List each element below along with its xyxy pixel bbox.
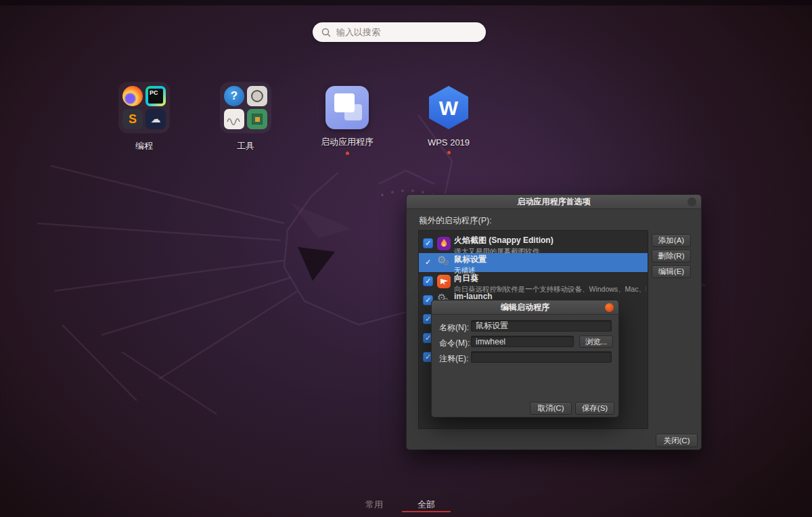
app-label: 编程	[135, 140, 153, 152]
tab-frequent[interactable]: 常用	[365, 499, 383, 511]
edit-button[interactable]: 编辑(E)	[652, 265, 691, 278]
comment-label: 注释(E):	[439, 353, 468, 365]
cancel-button[interactable]: 取消(C)	[530, 402, 572, 415]
gears-icon: ⚙⚙	[437, 256, 451, 269]
folder-programming-icon: PC S ☁	[118, 82, 170, 133]
font-viewer-icon	[224, 109, 244, 129]
active-tab-underline	[402, 511, 451, 512]
svg-text:W: W	[439, 97, 459, 119]
cloud-app-icon: ☁	[145, 109, 166, 129]
search-input[interactable]	[336, 27, 465, 37]
checkbox-checked[interactable]: ✓	[423, 276, 433, 286]
app-folder-programming[interactable]: PC S ☁ 编程	[104, 82, 185, 159]
list-item-flameshot[interactable]: ✓ 火焰截图 (Snappy Edition) 强大又易用的屏幕截图软件	[419, 234, 648, 253]
name-label: 名称(N):	[439, 322, 469, 334]
help-icon: ?	[224, 86, 244, 106]
window-title: 编辑启动程序	[501, 302, 549, 313]
add-button[interactable]: 添加(A)	[652, 234, 691, 247]
additional-programs-label: 额外的启动程序(P):	[419, 215, 492, 227]
window-titlebar[interactable]: 编辑启动程序	[432, 300, 618, 315]
app-grid: PC S ☁ 编程 ? 工具 启动应用程序	[104, 82, 510, 159]
startup-applications-icon	[325, 86, 369, 129]
folder-tools-icon: ?	[220, 82, 271, 133]
checkbox-checked[interactable]: ✓	[423, 257, 433, 267]
sunflower-icon	[437, 275, 451, 288]
close-icon[interactable]	[687, 198, 696, 206]
flameshot-icon	[437, 237, 451, 250]
app-folder-tools[interactable]: ? 工具	[205, 82, 286, 159]
running-dot	[346, 152, 349, 155]
remove-button[interactable]: 删除(R)	[652, 250, 691, 263]
name-field[interactable]	[471, 320, 612, 332]
item-title: 向日葵	[454, 273, 646, 284]
close-icon[interactable]	[605, 303, 614, 312]
firefox-icon	[122, 86, 143, 106]
item-title: 火焰截图 (Snappy Edition)	[454, 235, 646, 246]
app-label: 工具	[237, 140, 254, 152]
overview-page-tabs: 常用 全部	[0, 497, 812, 515]
wps-icon: W	[427, 85, 470, 131]
list-item-sunflower[interactable]: ✓ 向日葵 向日葵远程控制软件是一个支持移动设备、Windows、Mac、Lin	[419, 272, 648, 291]
tab-all[interactable]: 全部	[418, 499, 435, 511]
item-title: 鼠标设置	[454, 254, 646, 265]
app-label: 启动应用程序	[321, 136, 374, 148]
hardware-chip-icon	[247, 109, 267, 129]
list-item-mouse-settings[interactable]: ✓ ⚙⚙ 鼠标设置 无描述	[419, 253, 648, 272]
command-label: 命令(M):	[439, 338, 470, 349]
browse-button[interactable]: 浏览...	[579, 336, 613, 348]
checkbox-checked[interactable]: ✓	[423, 238, 433, 248]
pycharm-icon: PC	[145, 86, 166, 106]
search-bar[interactable]	[313, 22, 486, 42]
app-label: WPS 2019	[428, 137, 470, 148]
top-bar	[0, 0, 812, 5]
search-icon	[321, 28, 331, 37]
comment-field[interactable]	[471, 351, 612, 363]
window-titlebar[interactable]: 启动应用程序首选项	[407, 195, 701, 209]
sublime-text-icon: S	[122, 109, 143, 129]
window-title: 启动应用程序首选项	[518, 196, 591, 208]
command-field[interactable]	[471, 336, 574, 347]
close-button[interactable]: 关闭(C)	[656, 434, 698, 447]
save-button[interactable]: 保存(S)	[575, 402, 614, 415]
edit-startup-program-window: 编辑启动程序 名称(N): 命令(M): 浏览... 注释(E): 取消(C) …	[431, 300, 619, 418]
app-startup-applications[interactable]: 启动应用程序	[307, 82, 388, 159]
app-wps-2019[interactable]: W WPS 2019	[408, 82, 489, 159]
running-dot	[447, 151, 451, 154]
disks-icon	[247, 86, 267, 106]
